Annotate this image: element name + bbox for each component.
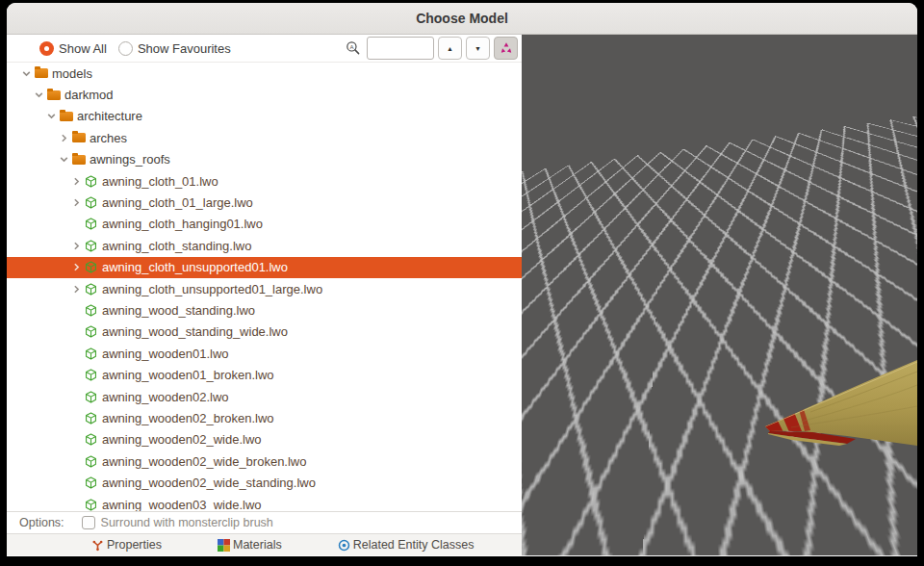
expander-icon[interactable] [70, 476, 83, 489]
tree-row[interactable]: models [7, 63, 522, 84]
titlebar[interactable]: Choose Model [7, 3, 917, 35]
model-icon [85, 412, 97, 424]
tree-row[interactable]: arches [7, 127, 522, 148]
tab-label: Related Entity Classes [353, 538, 475, 552]
previous-match-button[interactable]: ▲ [438, 37, 462, 60]
tree-row[interactable]: darkmod [7, 84, 522, 105]
tree-indent [7, 397, 70, 398]
model-icon [85, 455, 97, 468]
expander-icon[interactable] [70, 325, 83, 338]
tree-row[interactable]: awning_wooden01.lwo [7, 343, 522, 364]
expander-icon[interactable] [70, 391, 83, 403]
model-icon [85, 369, 97, 381]
awning-model-render [522, 35, 917, 555]
tree-row[interactable]: awning_wooden01_broken.lwo [7, 364, 522, 385]
tree-row[interactable]: awning_cloth_unsupported01_large.lwo [7, 278, 522, 299]
tree-row[interactable]: awning_wooden02_broken.lwo [7, 407, 522, 428]
expander-icon[interactable] [70, 283, 83, 296]
tab-materials[interactable]: Materials [218, 538, 282, 552]
expander-icon[interactable] [33, 89, 45, 101]
tab-related-entity-classes[interactable]: Related Entity Classes [338, 538, 475, 552]
tree-indent [7, 418, 70, 419]
radio-show-all[interactable]: Show All [39, 41, 107, 56]
radio-show-favourites[interactable]: Show Favourites [118, 41, 231, 56]
tree-row-label: awning_wooden02_wide_standing.lwo [102, 476, 316, 490]
expander-icon[interactable] [58, 153, 70, 166]
model-icon [85, 196, 97, 209]
tree-row-label: awning_cloth_hanging01.lwo [102, 217, 263, 231]
tab-properties[interactable]: Properties [91, 538, 162, 552]
folder-icon [35, 68, 48, 78]
model-icon [85, 476, 97, 489]
model-icon [85, 304, 97, 317]
expander-icon[interactable] [70, 433, 83, 446]
tree-indent [7, 94, 33, 95]
tree-row-label: darkmod [64, 88, 114, 102]
tree-indent [7, 223, 70, 224]
folder-icon [60, 112, 73, 121]
expander-icon[interactable] [70, 304, 83, 317]
radio-button-icon[interactable] [39, 41, 54, 56]
model-tree[interactable]: models darkmod architecture [7, 62, 522, 511]
tree-row-label: awning_cloth_01.lwo [102, 174, 218, 189]
radio-show-all-label: Show All [59, 41, 107, 56]
tree-row[interactable]: awning_wood_standing.lwo [7, 299, 522, 321]
expander-icon[interactable] [58, 132, 70, 144]
expander-icon[interactable] [20, 67, 33, 80]
expander-icon[interactable] [45, 110, 58, 122]
related-entity-classes-icon [338, 539, 350, 552]
expander-icon[interactable] [70, 175, 83, 188]
tree-row[interactable]: awnings_roofs [7, 149, 522, 170]
tree-row-label: awning_wooden01.lwo [102, 347, 229, 361]
tree-indent [7, 439, 70, 440]
tree-indent [7, 482, 70, 483]
filter-toolbar: Show All Show Favourites A ▲ ▼ [7, 35, 522, 62]
model-preview-3d[interactable] [522, 35, 917, 555]
expander-icon[interactable] [70, 261, 83, 273]
tree-row[interactable]: awning_cloth_unsupported01.lwo [7, 257, 522, 278]
expander-icon[interactable] [70, 369, 83, 381]
tree-indent [7, 289, 70, 290]
dialog-title: Choose Model [416, 11, 508, 26]
next-match-button[interactable]: ▼ [466, 37, 490, 60]
radio-button-icon[interactable] [118, 41, 133, 56]
expander-icon[interactable] [70, 240, 83, 252]
tree-row-label: awning_cloth_standing.lwo [102, 239, 251, 253]
expander-icon[interactable] [70, 347, 83, 360]
tree-indent [7, 331, 70, 332]
tree-row-label: awning_wooden02_wide.lwo [102, 432, 262, 447]
tree-indent [7, 310, 70, 311]
expander-icon[interactable] [70, 455, 83, 468]
tree-row[interactable]: awning_cloth_standing.lwo [7, 235, 522, 256]
tab-label: Materials [233, 538, 282, 552]
tree-row[interactable]: awning_wood_standing_wide.lwo [7, 322, 522, 343]
search-input[interactable] [367, 37, 434, 60]
model-browser-panel: Show All Show Favourites A ▲ ▼ [7, 35, 522, 555]
tree-row[interactable]: awning_wooden02_wide_standing.lwo [7, 472, 522, 493]
tree-row[interactable]: architecture [7, 106, 522, 127]
tree-indent [7, 116, 45, 116]
find-icon: A [346, 40, 361, 56]
tree-row[interactable]: awning_wooden02_wide.lwo [7, 429, 522, 450]
tree-indent [7, 159, 58, 160]
tree-indent [7, 374, 70, 375]
expander-icon[interactable] [70, 499, 83, 511]
radio-show-favourites-label: Show Favourites [138, 41, 231, 56]
expander-icon[interactable] [70, 218, 83, 230]
expander-icon[interactable] [70, 196, 83, 209]
tree-row-label: arches [90, 131, 127, 145]
monsterclip-checkbox-label: Surround with monsterclip brush [101, 516, 273, 529]
tree-row[interactable]: awning_wooden03_wide.lwo [7, 494, 522, 511]
tree-indent [7, 267, 70, 268]
monsterclip-checkbox[interactable] [82, 516, 95, 529]
options-row: Options: Surround with monsterclip brush [7, 511, 522, 533]
tree-row[interactable]: awning_wooden02_wide_broken.lwo [7, 450, 522, 472]
tree-row-label: awning_cloth_unsupported01.lwo [102, 260, 288, 274]
tree-row[interactable]: awning_cloth_01.lwo [7, 170, 522, 192]
favourites-filter-button[interactable] [494, 37, 518, 60]
expander-icon[interactable] [70, 412, 83, 424]
tree-row[interactable]: awning_wooden02.lwo [7, 386, 522, 407]
tree-indent [7, 138, 58, 139]
tree-row[interactable]: awning_cloth_01_large.lwo [7, 192, 522, 213]
tree-row[interactable]: awning_cloth_hanging01.lwo [7, 214, 522, 235]
